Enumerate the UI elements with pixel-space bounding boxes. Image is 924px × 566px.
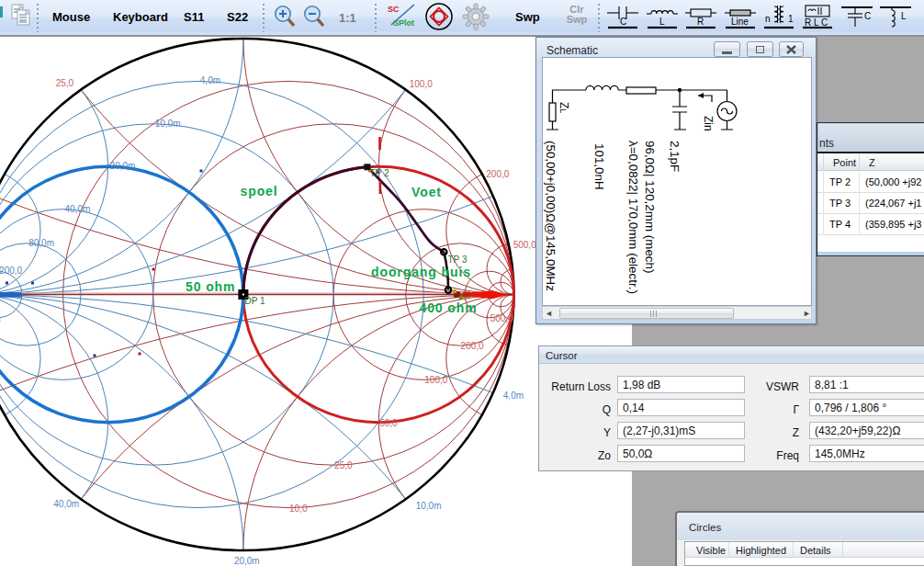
svg-text:4,0m: 4,0m xyxy=(200,75,220,85)
svg-text:doorgang buis: doorgang buis xyxy=(371,265,471,279)
svg-text:10,0m: 10,0m xyxy=(155,119,181,129)
svg-text:n: n xyxy=(765,14,771,24)
svg-text:C: C xyxy=(620,17,626,27)
svg-text:DP 1: DP 1 xyxy=(245,296,265,306)
svg-text:20,0m: 20,0m xyxy=(234,556,260,566)
svg-text:TP 3: TP 3 xyxy=(448,255,468,265)
svg-text:80,0m: 80,0m xyxy=(28,238,54,248)
svg-text:Voet: Voet xyxy=(411,185,442,199)
svg-text:200,0: 200,0 xyxy=(0,266,23,276)
svg-text:spoel: spoel xyxy=(241,184,278,198)
svg-text:200,0: 200,0 xyxy=(486,169,509,179)
svg-text:50 ohm: 50 ohm xyxy=(186,279,235,294)
svg-text:Line: Line xyxy=(731,17,749,27)
svg-text:1: 1 xyxy=(788,14,794,24)
svg-text:25,0: 25,0 xyxy=(334,460,353,470)
svg-text:C: C xyxy=(864,11,871,21)
svg-text:10,0: 10,0 xyxy=(289,504,308,514)
svg-text:L: L xyxy=(901,11,907,21)
svg-text:40,0m: 40,0m xyxy=(53,499,79,509)
svg-text:400 ohm: 400 ohm xyxy=(420,300,478,315)
svg-text:10,0m: 10,0m xyxy=(416,501,442,511)
svg-text:500,0: 500,0 xyxy=(513,240,536,250)
svg-text:100,0: 100,0 xyxy=(410,79,433,89)
svg-text:TP 2: TP 2 xyxy=(370,168,389,178)
svg-text:R: R xyxy=(697,17,704,27)
svg-text:25,0: 25,0 xyxy=(56,78,74,88)
svg-text:500,0: 500,0 xyxy=(490,313,513,323)
svg-text:20,0m: 20,0m xyxy=(110,161,136,171)
svg-text:100,0: 100,0 xyxy=(424,375,447,385)
svg-text:L: L xyxy=(659,17,665,27)
svg-text:50,0: 50,0 xyxy=(379,418,398,428)
svg-text:40,0m: 40,0m xyxy=(65,204,91,214)
svg-text:R L C: R L C xyxy=(805,17,828,28)
svg-text:4,0m: 4,0m xyxy=(503,391,524,401)
svg-text:200,0: 200,0 xyxy=(461,341,484,351)
